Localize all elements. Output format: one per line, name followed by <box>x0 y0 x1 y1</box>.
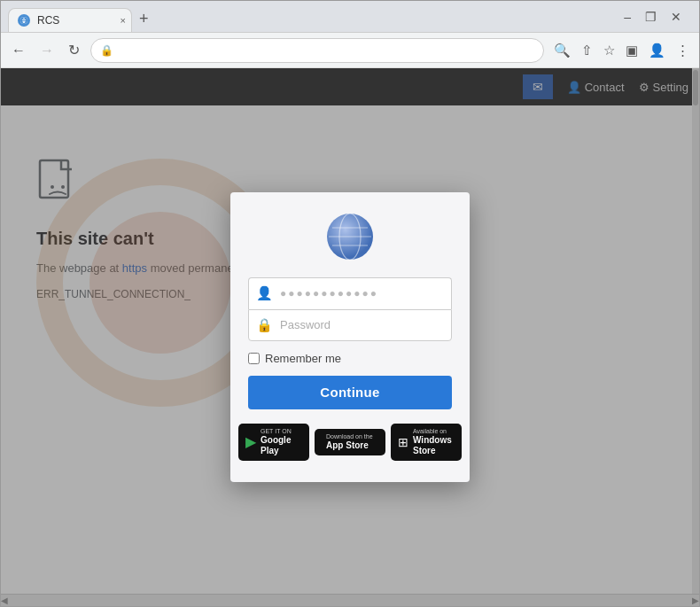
tab-close-button[interactable]: × <box>121 15 126 26</box>
app-store-text: Download on the App Store <box>326 433 373 451</box>
nav-bar: ← → ↻ 🔒 🔍 ⇧ ☆ ▣ 👤 ⋮ <box>1 33 699 68</box>
remember-me-label[interactable]: Remember me <box>265 352 341 365</box>
title-bar: RCS × + – ❐ ✕ <box>1 1 699 33</box>
window-controls: – ❐ ✕ <box>620 8 692 26</box>
lock-input-icon: 🔒 <box>256 317 273 333</box>
password-field-row[interactable]: 🔒 <box>248 309 452 341</box>
menu-button[interactable]: ⋮ <box>673 40 692 61</box>
password-input[interactable] <box>280 318 444 331</box>
login-modal: 👤 🔒 Remember me Continue <box>230 192 470 482</box>
continue-button[interactable]: Continue <box>248 376 452 409</box>
app-badges: ▶ GET IT ON Google Play Download on the … <box>238 424 462 461</box>
username-input[interactable] <box>280 287 444 300</box>
profile-button[interactable]: 👤 <box>646 40 668 61</box>
username-field-row[interactable]: 👤 <box>248 277 452 309</box>
lock-icon: 🔒 <box>100 44 113 57</box>
windows-icon: ⊞ <box>398 435 408 449</box>
login-form: 👤 🔒 <box>248 277 452 341</box>
address-bar[interactable]: 🔒 <box>90 38 544 63</box>
modal-overlay: 👤 🔒 Remember me Continue <box>1 68 699 606</box>
user-icon: 👤 <box>256 285 273 301</box>
tab-favicon <box>18 14 30 27</box>
close-button[interactable]: ✕ <box>667 8 685 26</box>
app-store-badge[interactable]: Download on the App Store <box>315 429 385 455</box>
windows-store-text: Available on Windows Store <box>413 428 455 456</box>
browser-tab[interactable]: RCS × <box>8 8 132 32</box>
browser-window: RCS × + – ❐ ✕ ← → ↻ 🔒 🔍 ⇧ ☆ ▣ 👤 ⋮ <box>0 0 700 607</box>
remember-me-row: Remember me <box>248 352 341 365</box>
restore-button[interactable]: ❐ <box>642 8 660 26</box>
windows-store-badge[interactable]: ⊞ Available on Windows Store <box>391 424 462 461</box>
google-play-badge[interactable]: ▶ GET IT ON Google Play <box>238 424 309 461</box>
share-button[interactable]: ⇧ <box>579 40 595 61</box>
modal-logo <box>323 210 377 263</box>
forward-button[interactable]: → <box>36 39 58 62</box>
split-view-button[interactable]: ▣ <box>623 40 641 61</box>
minimize-button[interactable]: – <box>620 8 634 26</box>
page-content: ✉ 👤 Contact ⚙ Setting <box>1 68 699 606</box>
zoom-button[interactable]: 🔍 <box>551 40 573 61</box>
nav-actions: 🔍 ⇧ ☆ ▣ 👤 ⋮ <box>551 40 692 61</box>
google-play-text: GET IT ON Google Play <box>261 428 302 456</box>
reload-button[interactable]: ↻ <box>65 38 83 62</box>
new-tab-button[interactable]: + <box>132 6 156 32</box>
tab-area: RCS × + <box>8 1 617 32</box>
remember-me-checkbox[interactable] <box>248 353 260 364</box>
bookmark-button[interactable]: ☆ <box>601 40 618 61</box>
tab-title: RCS <box>37 14 59 27</box>
google-play-icon: ▶ <box>245 433 256 450</box>
back-button[interactable]: ← <box>8 39 29 62</box>
